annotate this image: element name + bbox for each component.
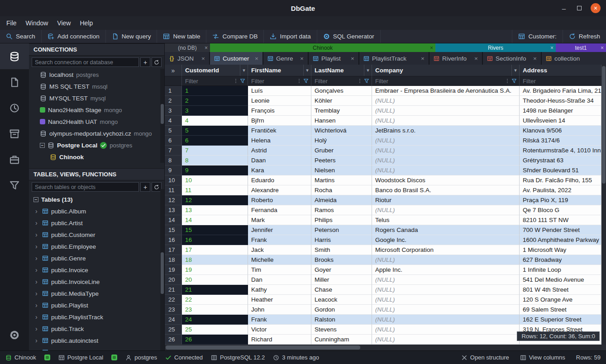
cell-lastname[interactable]: Peeters (311, 156, 372, 165)
vertical-scrollbar-thumb[interactable] (602, 66, 606, 184)
table-row[interactable]: 99KaraNielsen(NULL)Sřnder Boulevard 51 (165, 165, 601, 175)
cell-firstname[interactable]: François (248, 106, 311, 116)
cell-firstname[interactable]: Frank (248, 315, 311, 325)
cell-lastname[interactable]: Philips (311, 215, 372, 225)
table-row[interactable]: 88DaanPeeters(NULL)Grétrystraat 63 (165, 156, 601, 165)
cell-address[interactable]: 1 Infinite Loop (520, 265, 601, 275)
close-icon[interactable]: × (201, 55, 205, 62)
row-number[interactable]: 23 (165, 305, 182, 315)
cell-lastname[interactable]: Smith (311, 245, 372, 255)
cell-firstname[interactable]: Eduardo (248, 175, 311, 185)
table-row[interactable]: 2424FrankRalston(NULL)162 E Superior Str… (165, 315, 601, 325)
cell-customerid[interactable]: 2 (182, 96, 248, 106)
cell-company[interactable]: Rogers Canada (372, 225, 520, 235)
cell-address[interactable]: 69 Salem Street (520, 305, 601, 315)
cell-address[interactable]: Av. Paulista, 2022 (520, 185, 601, 195)
tab-playlist[interactable]: Playlist× (309, 52, 359, 65)
chevron-right-icon[interactable]: › (35, 219, 39, 227)
chevron-right-icon[interactable]: › (35, 278, 39, 285)
sidebar-connections-button[interactable] (0, 43, 29, 69)
chevron-right-icon[interactable]: › (35, 349, 39, 350)
connection-localhost[interactable]: localhostpostgres (29, 69, 164, 80)
sidebar-settings-button[interactable] (0, 322, 29, 348)
cell-customerid[interactable]: 11 (182, 185, 248, 195)
table-row[interactable]: 1111AlexandreRochaBanco do Brasil S.A.Av… (165, 185, 601, 195)
cell-customerid[interactable]: 7 (182, 146, 248, 156)
cell-address[interactable]: 801 W 4th Street (520, 285, 601, 295)
horizontal-scrollbar-thumb[interactable] (166, 345, 360, 350)
table-row[interactable]: 22LeonieKöhler(NULL)Theodor-Heuss-Straße… (165, 96, 601, 106)
cell-company[interactable]: Woodstock Discos (372, 175, 520, 185)
cell-firstname[interactable]: Richard (248, 335, 311, 345)
close-icon[interactable]: × (255, 55, 258, 62)
connection-ms-sql-test[interactable]: MS SQL TESTmssql (29, 80, 164, 92)
connection-search-input[interactable] (32, 57, 139, 67)
cell-customerid[interactable]: 26 (182, 335, 248, 345)
cell-firstname[interactable]: Victor (248, 325, 311, 335)
filter-menu-icon[interactable] (233, 78, 239, 84)
menu-file[interactable]: File (2, 16, 21, 30)
cell-address[interactable]: Sřnder Boulevard 51 (520, 165, 601, 175)
status-connected[interactable]: Connected (165, 354, 203, 361)
chevron-right-icon[interactable]: › (35, 266, 39, 274)
cell-address[interactable]: Av. Brigadeiro Faria Lima, 2170 (520, 86, 601, 96)
cell-company[interactable]: (NULL) (372, 205, 520, 215)
close-button[interactable]: × (591, 3, 601, 13)
cell-company[interactable]: (NULL) (372, 136, 520, 146)
refresh-connections-button[interactable] (152, 57, 162, 67)
row-number[interactable]: 21 (165, 285, 182, 295)
add-table-button[interactable]: + (140, 182, 150, 192)
cell-customerid[interactable]: 24 (182, 315, 248, 325)
chevron-down-icon[interactable]: ▾ (364, 65, 372, 76)
cell-customerid[interactable]: 10 (182, 175, 248, 185)
cell-address[interactable]: 120 S Orange Ave (520, 295, 601, 305)
cell-customerid[interactable]: 15 (182, 225, 248, 235)
collapse-icon[interactable]: − (33, 197, 38, 202)
table-row[interactable]: 1919TimGoyerApple Inc.1 Infinite Loop (165, 265, 601, 275)
cell-lastname[interactable]: Brooks (311, 255, 372, 265)
cell-address[interactable]: 700 W Pender Street (520, 225, 601, 235)
status-postgresql-12-2[interactable]: PostgreSQL 12.2 (211, 354, 265, 361)
chevron-right-icon[interactable]: › (35, 325, 39, 332)
tables-scrollbar[interactable] (160, 189, 164, 350)
menu-window[interactable]: Window (21, 16, 53, 30)
cell-firstname[interactable]: Frank (248, 235, 311, 245)
filter-firstname[interactable]: Filter (248, 76, 311, 86)
table-row[interactable]: 2222HeatherLeacock(NULL)120 S Orange Ave (165, 295, 601, 305)
close-icon[interactable]: × (474, 55, 478, 62)
status-3-minutes-ago[interactable]: 3 minutes ago (273, 354, 319, 361)
table-row[interactable]: 1717JackSmithMicrosoft Corporation1 Micr… (165, 245, 601, 255)
toolbar-import-data-button[interactable]: Import data (264, 30, 317, 43)
tab-collection[interactable]: collection× (542, 52, 606, 65)
row-number[interactable]: 2 (165, 96, 182, 106)
toolbar-new-table-button[interactable]: New table (157, 30, 206, 43)
table-public-album[interactable]: ›public.Album (29, 205, 164, 217)
filter-address[interactable]: Filter (520, 76, 601, 86)
column-header-company[interactable]: Company▾ (372, 65, 520, 76)
cell-address[interactable]: Theodor-Heuss-Straße 34 (520, 96, 601, 106)
connections-scrollbar[interactable] (160, 69, 164, 163)
cell-firstname[interactable]: Luís (248, 86, 311, 96)
filter-funnel-icon[interactable] (364, 78, 369, 84)
cell-firstname[interactable]: Jack (248, 245, 311, 255)
cell-customerid[interactable]: 3 (182, 106, 248, 116)
table-row[interactable]: 66HelenaHolý(NULL)Rilská 3174/6 (165, 136, 601, 146)
row-number[interactable]: 20 (165, 275, 182, 285)
cell-address[interactable]: Rilská 3174/6 (520, 136, 601, 146)
db-tab-chinook[interactable]: Chinook× (210, 43, 435, 52)
cell-company[interactable]: Embraer - Empresa Brasileira de Aeronáut… (372, 86, 520, 96)
table-row[interactable]: 2020DanMiller(NULL)541 Del Medio Avenue (165, 275, 601, 285)
cell-customerid[interactable]: 16 (182, 235, 248, 245)
row-number[interactable]: 17 (165, 245, 182, 255)
cell-address[interactable]: 1498 rue Bélanger (520, 106, 601, 116)
toolbar-customer-button[interactable]: Customer: (512, 30, 562, 43)
cell-customerid[interactable]: 18 (182, 255, 248, 265)
cell-firstname[interactable]: Mark (248, 215, 311, 225)
cell-company[interactable]: (NULL) (372, 106, 520, 116)
row-number[interactable]: 22 (165, 295, 182, 305)
cell-lastname[interactable]: Goyer (311, 265, 372, 275)
cell-company[interactable]: (NULL) (372, 156, 520, 165)
cell-company[interactable]: Google Inc. (372, 235, 520, 245)
connection-nano2health-stage[interactable]: Nano2Health Stagemongo (29, 104, 164, 116)
tab-playlisttrack[interactable]: PlaylistTrack× (359, 52, 429, 65)
